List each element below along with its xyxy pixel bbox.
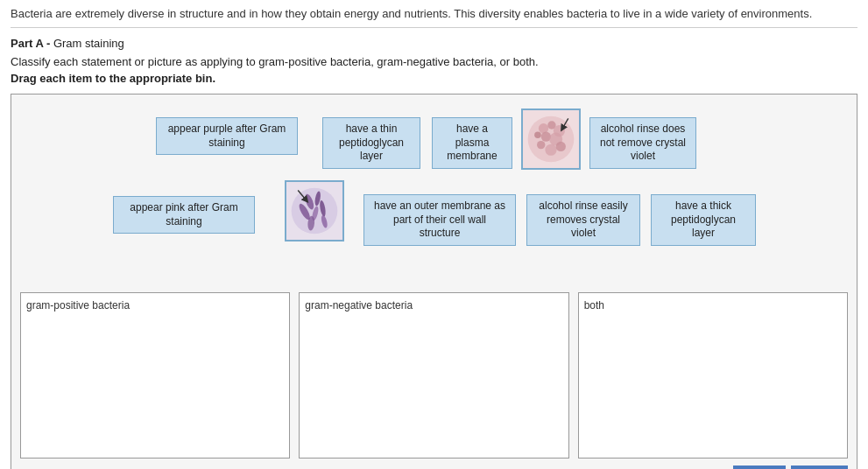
drag-item-rinse-removes[interactable]: alcohol rinse easily removes crystal vio… [526,194,640,246]
bin-gram-positive-label: gram-positive bacteria [26,299,130,312]
microscope-image-pink[interactable] [521,108,581,170]
drag-item-no-remove-cv[interactable]: alcohol rinse does not remove crystal vi… [589,117,696,169]
bins-area: gram-positive bacteria gram-negative bac… [20,292,848,458]
part-label: Part A - [11,37,50,50]
intro-text: Bacteria are extremely diverse in struct… [11,7,857,28]
bin-both-label: both [584,299,604,312]
classify-instruction: Classify each statement or picture as ap… [11,55,857,68]
svg-point-9 [556,142,566,151]
bin-gram-negative-label: gram-negative bacteria [305,299,413,312]
submit-button[interactable]: Submit [791,466,848,469]
drag-item-thick-peptido[interactable]: have a thick peptidoglycan layer [651,194,756,246]
drag-item-outer-membrane[interactable]: have an outer membrane as part of their … [363,194,516,246]
bin-both[interactable]: both [578,292,848,458]
drag-item-plasma-membrane[interactable]: have a plasma membrane [432,117,512,169]
drag-item-appear-purple[interactable]: appear purple after Gram staining [156,117,298,155]
drag-instruction: Drag each item to the appropriate bin. [11,72,857,85]
bin-gram-negative[interactable]: gram-negative bacteria [299,292,568,458]
part-header: Part A - Gram staining [11,37,857,50]
bottom-bar: Reset Submit [20,466,848,469]
reset-button[interactable]: Reset [733,466,785,469]
microscope-image-purple[interactable] [285,180,344,242]
page-wrapper: Bacteria are extremely diverse in struct… [0,0,868,469]
bin-gram-positive[interactable]: gram-positive bacteria [20,292,290,458]
svg-point-8 [545,144,556,156]
svg-point-7 [537,141,545,149]
activity-box: appear purple after Gram staining have a… [11,94,857,469]
part-title: Gram staining [53,37,124,50]
drag-item-thin-peptido[interactable]: have a thin peptidoglycan layer [322,117,420,169]
items-area: appear purple after Gram staining have a… [20,108,848,284]
drag-item-appear-pink[interactable]: appear pink after Gram staining [113,196,255,234]
svg-point-10 [534,132,541,139]
